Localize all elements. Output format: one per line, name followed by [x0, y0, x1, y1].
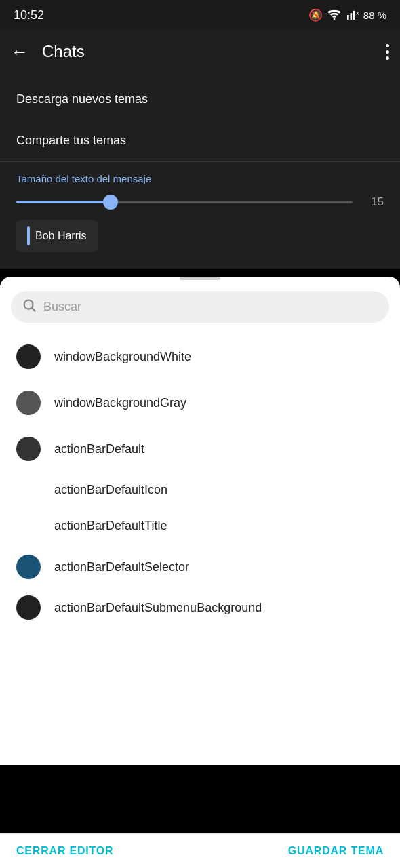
- color-item-label: actionBarDefaultSubmenuBackground: [54, 601, 262, 615]
- chat-bubble-preview: Bob Harris: [16, 220, 98, 252]
- search-input[interactable]: Buscar: [43, 300, 378, 314]
- font-size-slider-row: 15: [0, 190, 400, 220]
- bubble-name: Bob Harris: [35, 230, 87, 242]
- color-item-label: actionBarDefaultIcon: [54, 483, 167, 497]
- slider-thumb[interactable]: [103, 195, 118, 210]
- color-item-label: actionBarDefaultSelector: [54, 560, 189, 574]
- status-time: 10:52: [14, 8, 44, 22]
- color-list: windowBackgroundWhite windowBackgroundGr…: [0, 328, 400, 631]
- download-themes-item[interactable]: Descarga nuevos temas: [0, 79, 400, 120]
- battery-text: 88 %: [363, 9, 386, 21]
- sheet-handle: [180, 277, 220, 280]
- slider-value: 15: [363, 195, 384, 209]
- app-bar: ← Chats: [0, 30, 400, 73]
- color-item-label: actionBarDefault: [54, 442, 144, 456]
- search-icon: [22, 298, 37, 316]
- bubble-bar: [27, 226, 30, 245]
- dot-3: [386, 56, 389, 60]
- svg-rect-3: [353, 10, 355, 19]
- save-theme-button[interactable]: GUARDAR TEMA: [288, 845, 384, 857]
- list-item[interactable]: actionBarDefaultSelector: [0, 544, 400, 590]
- more-menu-button[interactable]: [386, 44, 389, 60]
- font-size-label: Tamaño del texto del mensaje: [0, 162, 400, 190]
- svg-point-0: [333, 18, 335, 19]
- list-item[interactable]: actionBarDefault: [0, 426, 400, 472]
- bottom-sheet: Buscar windowBackgroundWhite windowBackg…: [0, 277, 400, 765]
- preview-row: Bob Harris: [0, 220, 400, 263]
- color-swatch: [16, 344, 41, 369]
- slider-fill: [16, 201, 111, 203]
- list-item[interactable]: actionBarDefaultSubmenuBackground: [0, 590, 400, 625]
- back-button[interactable]: ←: [11, 41, 28, 62]
- wifi-icon: [327, 9, 342, 22]
- list-item[interactable]: actionBarDefaultTitle: [0, 508, 400, 544]
- list-item[interactable]: windowBackgroundWhite: [0, 334, 400, 380]
- signal-icon: x: [346, 9, 359, 22]
- color-item-label: actionBarDefaultTitle: [54, 519, 167, 533]
- color-item-label: windowBackgroundWhite: [54, 350, 191, 364]
- list-item[interactable]: actionBarDefaultIcon: [0, 472, 400, 508]
- svg-rect-2: [350, 13, 352, 20]
- color-swatch: [16, 555, 41, 579]
- status-icons: 🔕 x 88 %: [308, 8, 386, 22]
- status-bar: 10:52 🔕 x 88 %: [0, 0, 400, 30]
- search-bar-container: Buscar: [0, 285, 400, 328]
- color-swatch: [16, 391, 41, 415]
- list-item[interactable]: windowBackgroundGray: [0, 380, 400, 426]
- svg-point-5: [24, 300, 33, 309]
- dot-2: [386, 50, 389, 54]
- svg-text:x: x: [356, 9, 359, 16]
- color-swatch: [16, 437, 41, 461]
- close-editor-button[interactable]: CERRAR EDITOR: [16, 845, 113, 857]
- svg-line-6: [32, 308, 35, 311]
- share-themes-item[interactable]: Comparte tus temas: [0, 120, 400, 161]
- mute-icon: 🔕: [308, 8, 323, 22]
- dot-1: [386, 44, 389, 47]
- svg-rect-1: [347, 14, 349, 19]
- color-swatch: [16, 595, 41, 620]
- dark-settings-section: Descarga nuevos temas Comparte tus temas…: [0, 73, 400, 269]
- page-title: Chats: [42, 42, 372, 61]
- color-item-label: windowBackgroundGray: [54, 396, 186, 410]
- search-bar[interactable]: Buscar: [11, 291, 389, 323]
- action-bar: CERRAR EDITOR GUARDAR TEMA: [0, 833, 400, 868]
- slider-track[interactable]: [16, 201, 353, 203]
